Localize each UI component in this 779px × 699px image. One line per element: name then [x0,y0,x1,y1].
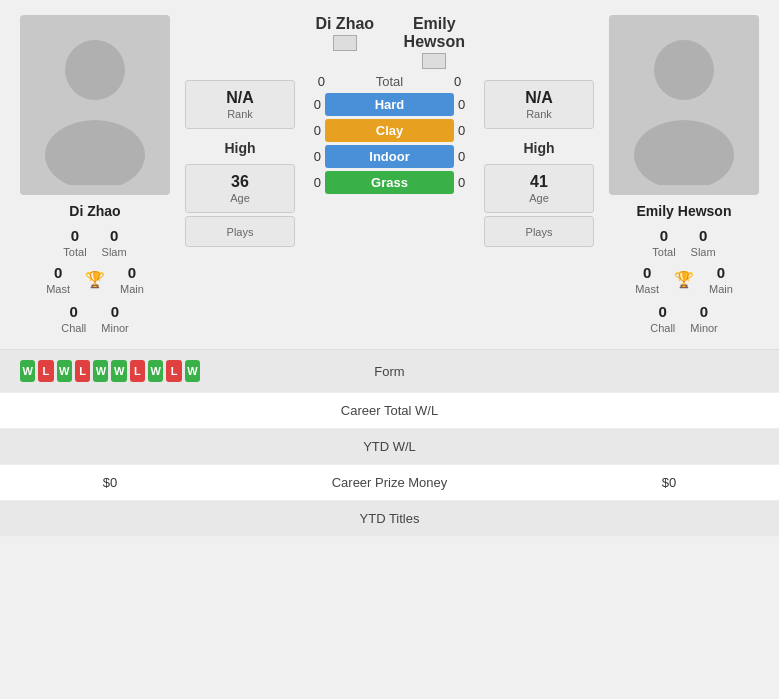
player2-age-box: 41 Age [484,164,594,213]
ytd-wl-row: YTD W/L [0,429,779,465]
player1-total-value: 0 [71,227,79,244]
grass-score-right: 0 [454,175,479,190]
player1-total-group: 0 Total [63,227,86,258]
player1-chall-value: 0 [70,303,78,320]
player1-mast-label: Mast [46,283,70,295]
player1-main-group: 0 Main [120,264,144,295]
player2-minor-group: 0 Minor [690,303,718,334]
player2-main-group: 0 Main [709,264,733,295]
player1-stats-row2: 0 Mast 🏆 0 Main [46,264,144,295]
player2-rank-value: N/A [495,89,583,107]
player2-total-value: 0 [660,227,668,244]
prize-money-left: $0 [20,475,200,490]
svg-point-1 [45,120,145,185]
player1-rank-box: N/A Rank [185,80,295,129]
indoor-score-left: 0 [300,149,325,164]
player2-rank-box: N/A Rank [484,80,594,129]
player1-slam-group: 0 Slam [102,227,127,258]
player1-trophy-icon: 🏆 [85,270,105,289]
player2-rank-label: Rank [495,108,583,120]
player1-card: Di Zhao 0 Total 0 Slam 0 Mast 🏆 0 [10,15,180,334]
player2-slam-group: 0 Slam [691,227,716,258]
prize-money-row: $0 Career Prize Money $0 [0,465,779,501]
player1-chall-label: Chall [61,322,86,334]
player1-stats-row3: 0 Chall 0 Minor [61,303,129,334]
player2-slam-label: Slam [691,246,716,258]
form-badge-l: L [166,360,181,382]
player2-center-name: Emily Hewson [404,15,465,51]
form-badge-l: L [130,360,145,382]
total-score-left: 0 [300,74,325,89]
ytd-titles-label: YTD Titles [200,511,579,526]
career-total-label: Career Total W/L [200,403,579,418]
player1-minor-label: Minor [101,322,129,334]
player2-info-col: N/A Rank High 41 Age Plays [484,15,594,334]
player2-fitness: High [523,132,554,164]
player1-main-value: 0 [128,264,136,281]
player2-total-group: 0 Total [652,227,675,258]
prize-money-label: Career Prize Money [200,475,579,490]
ytd-titles-row: YTD Titles [0,501,779,537]
surface-row-grass: 0 Grass 0 [300,171,479,194]
surface-row-hard: 0 Hard 0 [300,93,479,116]
form-badges-container: WLWLWWLWLW [20,360,200,382]
form-badge-w: W [20,360,35,382]
clay-badge-wrap: Clay [325,119,454,142]
form-badge-w: W [185,360,200,382]
total-score-right: 0 [454,74,479,89]
form-row: WLWLWWLWLW Form [0,350,779,393]
player1-info-col: N/A Rank High 36 Age Plays [185,15,295,334]
player2-age-value: 41 [495,173,583,191]
grass-score-left: 0 [300,175,325,190]
grass-badge-wrap: Grass [325,171,454,194]
player2-minor-value: 0 [700,303,708,320]
player2-main-value: 0 [717,264,725,281]
player1-age-value: 36 [196,173,284,191]
form-badge-w: W [111,360,126,382]
player1-minor-value: 0 [111,303,119,320]
grass-badge: Grass [325,171,454,194]
center-surface-col: Di Zhao Emily Hewson 0 Total [295,15,484,334]
indoor-score-right: 0 [454,149,479,164]
indoor-badge: Indoor [325,145,454,168]
center-header: Di Zhao Emily Hewson [300,15,479,69]
form-label: Form [200,364,579,379]
bottom-stats: WLWLWWLWLW Form Career Total W/L YTD W/L… [0,349,779,537]
player1-age-box: 36 Age [185,164,295,213]
player1-mast-group: 0 Mast [46,264,70,295]
player2-total-label: Total [652,246,675,258]
player1-fitness: High [224,132,255,164]
player2-stats-row2: 0 Mast 🏆 0 Main [635,264,733,295]
player2-avatar [609,15,759,195]
clay-score-right: 0 [454,123,479,138]
player2-mast-label: Mast [635,283,659,295]
player2-trophy-icon: 🏆 [674,270,694,289]
player1-plays-box: Plays [185,216,295,247]
career-total-row: Career Total W/L [0,393,779,429]
player2-country-flag [422,53,446,69]
player2-chall-value: 0 [659,303,667,320]
player2-center-header: Emily Hewson [390,15,480,69]
player1-avatar [20,15,170,195]
form-badge-l: L [75,360,90,382]
player2-minor-label: Minor [690,322,718,334]
player2-age-label: Age [495,192,583,204]
player2-chall-label: Chall [650,322,675,334]
player2-plays-box: Plays [484,216,594,247]
ytd-wl-label: YTD W/L [200,439,579,454]
prize-money-right: $0 [579,475,759,490]
form-badge-w: W [93,360,108,382]
indoor-badge-wrap: Indoor [325,145,454,168]
clay-score-left: 0 [300,123,325,138]
svg-point-0 [65,40,125,100]
form-badges-left: WLWLWWLWLW [20,360,200,382]
svg-point-3 [634,120,734,185]
player1-total-label: Total [63,246,86,258]
player1-mast-value: 0 [54,264,62,281]
player1-main-label: Main [120,283,144,295]
hard-badge-wrap: Hard [325,93,454,116]
player1-rank-value: N/A [196,89,284,107]
clay-badge: Clay [325,119,454,142]
surface-row-clay: 0 Clay 0 [300,119,479,142]
player1-chall-group: 0 Chall [61,303,86,334]
